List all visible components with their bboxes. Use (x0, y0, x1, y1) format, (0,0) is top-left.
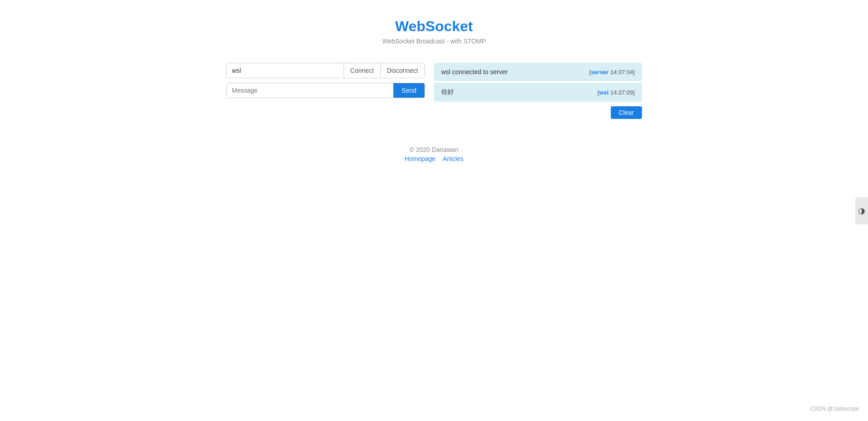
message-meta: [wsl 14:37:09] (598, 89, 635, 96)
page-subtitle: WebSocket Broadcast - with STOMP (382, 38, 486, 45)
message-meta: [server 14:37:04] (590, 69, 635, 76)
clear-row: Clear (434, 106, 642, 119)
message-text: wsl connected to server (441, 68, 582, 76)
message-text: 你好 (441, 88, 590, 96)
footer: © 2020 Dariawan Homepage Articles (402, 146, 466, 162)
connection-input[interactable] (226, 63, 344, 78)
message-row: Send (226, 83, 425, 98)
left-panel: Connect Disconnect Send (226, 63, 425, 119)
footer-link-homepage[interactable]: Homepage (405, 155, 436, 162)
footer-copyright: © 2020 Dariawan (402, 146, 466, 153)
list-item: 你好 [wsl 14:37:09] (434, 83, 642, 102)
side-widget-icon: ◑ (858, 206, 865, 216)
message-sender: wsl (599, 89, 609, 96)
main-content: Connect Disconnect Send wsl connected to… (217, 63, 651, 119)
side-widget[interactable]: ◑ (855, 197, 868, 224)
connect-button[interactable]: Connect (344, 63, 380, 78)
page-title: WebSocket (382, 18, 486, 35)
message-sender: server (591, 69, 609, 76)
right-panel: wsl connected to server [server 14:37:04… (434, 63, 642, 119)
clear-button[interactable]: Clear (611, 106, 642, 119)
footer-link-articles[interactable]: Articles (443, 155, 463, 162)
footer-links: Homepage Articles (402, 155, 466, 162)
list-item: wsl connected to server [server 14:37:04… (434, 63, 642, 81)
page-header: WebSocket WebSocket Broadcast - with STO… (382, 18, 486, 45)
csdn-badge: CSDN @1telescope (810, 406, 859, 412)
connection-row: Connect Disconnect (226, 63, 425, 78)
disconnect-button[interactable]: Disconnect (380, 63, 425, 78)
message-input[interactable] (226, 83, 393, 98)
send-button[interactable]: Send (393, 83, 425, 98)
